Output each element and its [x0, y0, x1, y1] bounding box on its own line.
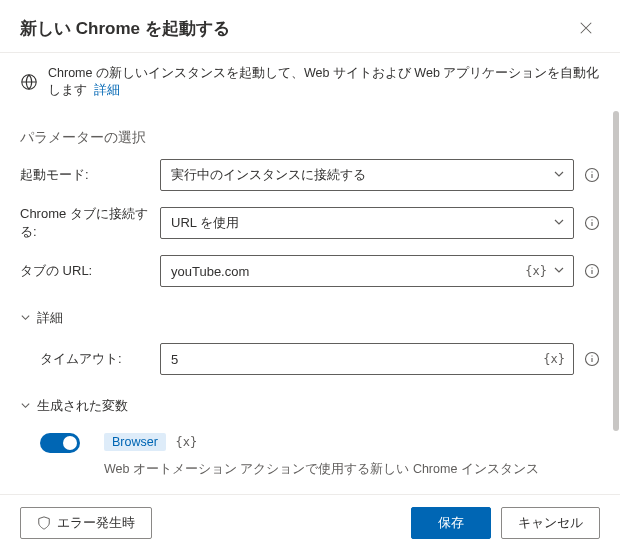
chevron-down-icon	[20, 311, 31, 326]
tab-url-value: youTube.com	[171, 264, 525, 279]
timeout-input[interactable]: 5 {x}	[160, 343, 574, 375]
launch-mode-label: 起動モード:	[20, 166, 160, 184]
connect-tab-label: Chrome タブに接続する:	[20, 205, 160, 241]
chevron-down-icon	[20, 399, 31, 414]
close-icon	[579, 21, 593, 35]
timeout-label: タイムアウト:	[20, 350, 160, 368]
dialog: 新しい Chrome を起動する Chrome の新しいインスタンスを起動して、…	[0, 0, 620, 551]
save-label: 保存	[438, 514, 464, 532]
variable-block: Browser {x} Web オートメーション アクションで使用する新しい C…	[104, 433, 616, 478]
globe-icon	[20, 73, 38, 91]
generated-vars-toggle[interactable]: 生成された変数	[20, 389, 616, 423]
expression-token[interactable]: {x}	[525, 264, 547, 278]
chevron-down-icon	[553, 216, 565, 231]
cancel-button[interactable]: キャンセル	[501, 507, 600, 539]
variable-token: {x}	[175, 435, 197, 449]
dialog-title: 新しい Chrome を起動する	[20, 17, 230, 40]
row-launch-mode: 起動モード: 実行中のインスタンスに接続する	[20, 159, 616, 191]
dialog-content: パラメーターの選択 起動モード: 実行中のインスタンスに接続する Chrome …	[0, 111, 620, 494]
info-icon[interactable]	[584, 167, 600, 183]
launch-mode-value: 実行中のインスタンスに接続する	[171, 166, 366, 184]
dialog-header: 新しい Chrome を起動する	[0, 0, 620, 53]
variable-description: Web オートメーション アクションで使用する新しい Chrome インスタンス	[104, 461, 616, 478]
banner-text: Chrome の新しいインスタンスを起動して、Web サイトおよび Web アプ…	[48, 65, 600, 99]
banner-link[interactable]: 詳細	[94, 83, 120, 97]
info-icon[interactable]	[584, 215, 600, 231]
variable-row: Browser {x} Web オートメーション アクションで使用する新しい C…	[40, 433, 616, 478]
scrollbar-track[interactable]	[613, 111, 619, 494]
row-tab-url: タブの URL: youTube.com {x}	[20, 255, 616, 287]
save-button[interactable]: 保存	[411, 507, 491, 539]
launch-mode-select[interactable]: 実行中のインスタンスに接続する	[160, 159, 574, 191]
info-icon[interactable]	[584, 351, 600, 367]
generated-vars-label: 生成された変数	[37, 397, 128, 415]
timeout-value: 5	[171, 352, 543, 367]
connect-tab-select[interactable]: URL を使用	[160, 207, 574, 239]
chevron-down-icon	[553, 168, 565, 183]
chevron-down-icon[interactable]	[553, 264, 565, 279]
parameters-heading: パラメーターの選択	[20, 111, 616, 159]
on-error-button[interactable]: エラー発生時	[20, 507, 152, 539]
connect-tab-value: URL を使用	[171, 214, 239, 232]
advanced-toggle[interactable]: 詳細	[20, 301, 616, 335]
row-timeout: タイムアウト: 5 {x}	[20, 343, 616, 375]
info-banner: Chrome の新しいインスタンスを起動して、Web サイトおよび Web アプ…	[0, 53, 620, 111]
tab-url-input[interactable]: youTube.com {x}	[160, 255, 574, 287]
on-error-label: エラー発生時	[57, 514, 135, 532]
info-icon[interactable]	[584, 263, 600, 279]
scrollbar-thumb[interactable]	[613, 111, 619, 431]
expression-token[interactable]: {x}	[543, 352, 565, 366]
close-button[interactable]	[572, 14, 600, 42]
tab-url-label: タブの URL:	[20, 262, 160, 280]
variable-toggle[interactable]	[40, 433, 80, 453]
variable-badge[interactable]: Browser	[104, 433, 166, 451]
dialog-footer: エラー発生時 保存 キャンセル	[0, 494, 620, 551]
row-connect-tab: Chrome タブに接続する: URL を使用	[20, 205, 616, 241]
shield-icon	[37, 516, 51, 530]
advanced-label: 詳細	[37, 309, 63, 327]
cancel-label: キャンセル	[518, 514, 583, 532]
